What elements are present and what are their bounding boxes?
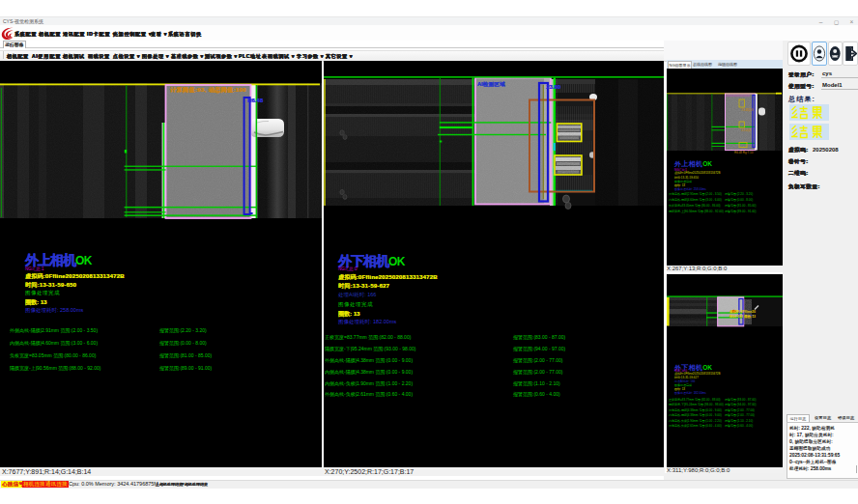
svg-text:13.01|8: 13.01|8 (741, 128, 751, 132)
svg-text:虚拟码:0Ffline20: 虚拟码:0Ffline20 (729, 309, 756, 314)
svg-text:73.48|2.9: 73.48|2.9 (741, 108, 754, 112)
svg-text:R6.48 Rg:7.10: R6.48 Rg:7.10 (734, 151, 754, 154)
svg-text:耗时:182 圈数:13: 耗时:182 圈数:13 (729, 314, 756, 319)
